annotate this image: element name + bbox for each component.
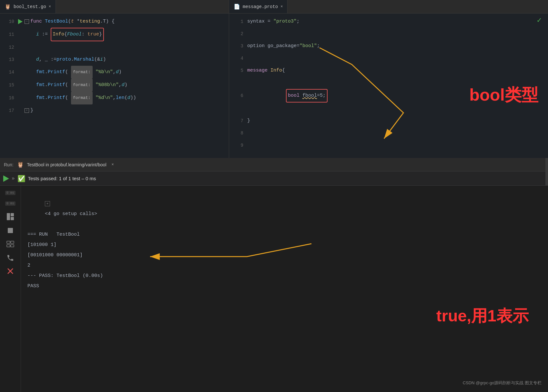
run-arrow-icon[interactable] xyxy=(18,19,23,24)
svg-rect-2 xyxy=(11,213,14,216)
code-line-16: 16 fmt.Printf( format: "%d\n",len(d)) xyxy=(0,92,229,104)
run-tab-close[interactable]: × xyxy=(112,162,114,167)
left-tab[interactable]: 🦉 bool_test.go × xyxy=(0,0,56,13)
code-line-12: 12 xyxy=(0,41,229,54)
code-line-17: 17 ▿ } xyxy=(0,104,229,117)
right-code-line-8: 8 xyxy=(229,127,548,139)
code-line-10-content: func TestBool(t *testing.T) { xyxy=(30,15,226,28)
run-toolbar: » ✅ Tests passed: 1 of 1 test – 0 ms xyxy=(0,172,548,186)
code-line-16-content: fmt.Printf( format: "%d\n",len(d)) xyxy=(25,92,226,104)
sidebar-stop-icon[interactable] xyxy=(2,225,18,236)
code-line-13: 13 d, _ :=proto.Marshal(&i) xyxy=(0,54,229,66)
test-passed-indicator: ✅ Tests passed: 1 of 1 test – 0 ms xyxy=(17,175,96,182)
console-line-1: + <4 go setup calls> xyxy=(27,188,542,230)
right-line-7-content: } xyxy=(247,115,545,127)
console-line-5: [00101000 00000001] xyxy=(27,250,542,260)
bottom-content: 0 ms 0 ms xyxy=(0,186,548,392)
console-line-4: [101000 1] xyxy=(27,240,542,250)
svg-rect-8 xyxy=(11,245,14,247)
console-line-8: PASS xyxy=(27,281,542,291)
svg-rect-7 xyxy=(7,245,10,247)
right-tab-name: message.proto xyxy=(243,4,278,9)
svg-rect-4 xyxy=(8,228,13,233)
bool-type-annotation: bool类型 xyxy=(469,84,538,106)
passed-checkmark-icon: ✅ xyxy=(17,175,25,182)
right-code-line-4: 4 xyxy=(229,52,548,64)
code-line-11: 11 i := Info{Fbool: true} xyxy=(0,28,229,41)
sidebar-list-icon[interactable] xyxy=(2,238,18,250)
play-button[interactable] xyxy=(3,175,9,182)
run-label: Run: xyxy=(4,162,14,167)
code-line-15: 15 fmt.Printf( format: "%08b\n",d) xyxy=(0,79,229,92)
svg-rect-1 xyxy=(7,213,10,220)
passed-text: Tests passed: 1 of 1 test – 0 ms xyxy=(28,176,96,181)
right-tab-bar: 📄 message.proto × xyxy=(229,0,548,14)
checkmark-icon: ✓ xyxy=(537,15,542,25)
console-line-7: --- PASS: TestBool (0.00s) xyxy=(27,271,542,281)
left-tab-name: bool_test.go xyxy=(14,4,46,9)
right-code-line-1: 1 syntax = "proto3"; xyxy=(229,15,548,28)
run-tab-icon: 🦉 xyxy=(17,161,24,168)
sidebar-close-icon[interactable] xyxy=(2,266,18,277)
right-code-area: 1 syntax = "proto3"; 2 3 option go_packa… xyxy=(229,14,548,153)
run-tab-name: TestBool in protobuf.learning/varint/boo… xyxy=(27,162,107,167)
left-tab-bar: 🦉 bool_test.go × xyxy=(0,0,229,14)
right-tab[interactable]: 📄 message.proto × xyxy=(229,0,288,13)
right-tab-close[interactable]: × xyxy=(280,5,283,9)
right-code-line-9: 9 xyxy=(229,139,548,152)
sidebar-phone-icon[interactable] xyxy=(2,252,18,264)
right-tab-icon: 📄 xyxy=(234,4,240,10)
code-line-14: 14 fmt.Printf( format: "%b\n",d) xyxy=(0,66,229,79)
code-line-13-content: d, _ :=proto.Marshal(&i) xyxy=(25,54,226,66)
left-tab-icon: 🦉 xyxy=(5,4,11,10)
right-line-5-content: message Info{ xyxy=(247,64,545,77)
console-text-1: <4 go setup calls> xyxy=(45,211,97,217)
code-line-11-content: i := Info{Fbool: true} xyxy=(25,28,226,41)
watermark: CSDN @grpc-go源码剖析与实战 图文专栏 xyxy=(463,378,542,388)
console-line-3: === RUN TestBool xyxy=(27,230,542,240)
fold-icon[interactable]: − xyxy=(25,19,29,24)
console-line-6: 2 xyxy=(27,260,542,271)
right-line-3-content: option go_package="bool"; xyxy=(247,40,545,52)
code-line-14-content: fmt.Printf( format: "%b\n",d) xyxy=(25,66,226,79)
right-editor-pane: 📄 message.proto × ✓ 1 syntax = "proto3";… xyxy=(229,0,548,158)
fold-17-icon[interactable]: ▿ xyxy=(25,108,29,113)
code-line-10: 10 − func TestBool(t *testing.T) { xyxy=(0,15,229,28)
chevron-icon: » xyxy=(12,176,15,181)
expand-icon[interactable]: + xyxy=(45,201,50,206)
code-line-15-content: fmt.Printf( format: "%08b\n",d) xyxy=(25,79,226,92)
sidebar: 0 ms 0 ms xyxy=(0,186,21,392)
right-code-line-5: 5 message Info{ xyxy=(229,64,548,77)
true-annotation: true,用1表示 xyxy=(436,311,529,321)
run-panel-header: Run: 🦉 TestBool in protobuf.learning/var… xyxy=(0,158,548,172)
sidebar-layout-icon[interactable] xyxy=(2,210,18,223)
code-line-17-content: } xyxy=(30,104,226,117)
right-code-line-3: 3 option go_package="bool"; xyxy=(229,40,548,52)
left-code-area: 10 − func TestBool(t *testing.T) { 11 i … xyxy=(0,14,229,119)
left-editor-pane: 🦉 bool_test.go × 10 − func TestBool(t *t… xyxy=(0,0,229,158)
right-code-line-7: 7 } xyxy=(229,115,548,127)
console-output: + <4 go setup calls> === RUN TestBool [1… xyxy=(21,186,548,392)
right-code-line-2: 2 xyxy=(229,28,548,40)
svg-rect-5 xyxy=(7,241,10,243)
sidebar-ms-1: 0 ms xyxy=(2,189,18,198)
sidebar-ms-2: 0 ms xyxy=(2,200,18,208)
right-line-1-content: syntax = "proto3"; xyxy=(247,15,545,28)
svg-rect-6 xyxy=(11,241,14,243)
svg-rect-3 xyxy=(11,217,14,220)
editor-area: 🦉 bool_test.go × 10 − func TestBool(t *t… xyxy=(0,0,548,158)
left-tab-close[interactable]: × xyxy=(49,5,51,9)
